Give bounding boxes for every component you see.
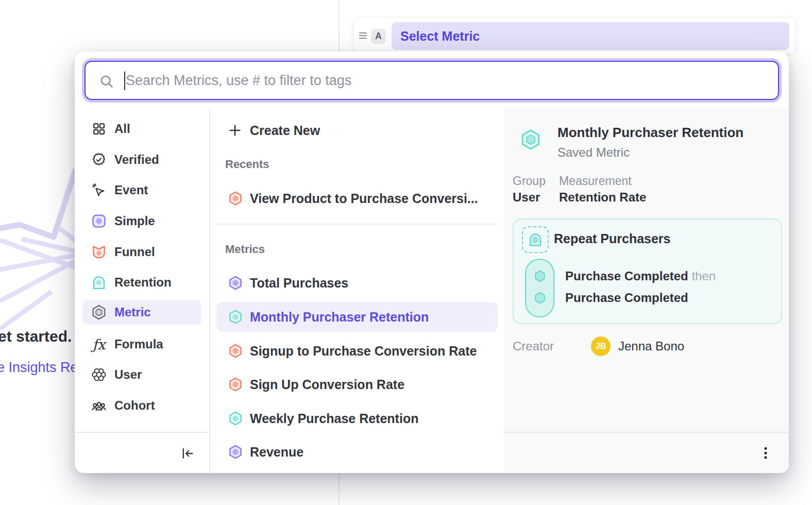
list-item-metric[interactable]: Total Purchases xyxy=(210,270,504,296)
avatar: JB xyxy=(591,336,611,356)
metric-row-bar: A Select Metric xyxy=(353,17,796,54)
detail-title: Monthly Purchaser Retention xyxy=(557,125,743,141)
retention-definition-icon xyxy=(522,226,549,253)
verified-badge-icon xyxy=(91,152,107,168)
list-item-metric[interactable]: Sign Up Conversion Rate xyxy=(210,371,504,398)
cohort-icon xyxy=(91,397,107,414)
funnel-metric-hexagon-icon xyxy=(228,191,243,206)
metric-picker-modal: All Verified Event xyxy=(75,52,789,473)
funnel-metric-hexagon-icon xyxy=(228,343,243,359)
background-headline-fragment: et started. xyxy=(0,328,72,345)
sidebar-item-cohort[interactable]: Cohort xyxy=(75,393,209,418)
definition-name: Repeat Purchasers xyxy=(554,231,671,246)
sidebar-item-retention[interactable]: Retention xyxy=(75,270,209,295)
step-1: Purchase Completed then xyxy=(565,269,716,283)
metric-hexagon-icon xyxy=(91,304,107,321)
creator-label: Creator xyxy=(513,339,554,354)
sidebar-item-formula[interactable]: ƒx Formula xyxy=(75,332,209,357)
kebab-menu-icon[interactable] xyxy=(758,445,773,461)
creator-name: Jenna Bono xyxy=(618,339,684,354)
detail-footer xyxy=(504,432,789,473)
sidebar-item-event[interactable]: Event xyxy=(75,178,209,203)
meta-label-group: Group xyxy=(513,174,546,188)
select-metric-label: Select Metric xyxy=(400,29,480,44)
collapse-left-icon[interactable] xyxy=(180,446,195,461)
section-label-metrics: Metrics xyxy=(225,243,265,256)
funnel-steps-capsule xyxy=(525,259,554,317)
formula-icon: ƒx xyxy=(91,336,107,352)
step-hexagon-icon xyxy=(533,291,547,305)
list-item-metric-selected[interactable]: Monthly Purchaser Retention xyxy=(210,304,504,330)
grid-icon xyxy=(91,121,107,137)
row-type-badge[interactable]: A xyxy=(371,29,386,44)
simple-metric-hexagon-icon xyxy=(228,444,243,460)
plus-icon xyxy=(228,123,243,139)
user-icon xyxy=(91,366,107,383)
list-section-divider xyxy=(216,224,498,225)
metric-list: Create New Recents View Product to Purch… xyxy=(210,109,504,473)
step-2: Purchase Completed xyxy=(565,291,688,305)
funnel-metric-hexagon-icon xyxy=(228,377,243,392)
funnel-icon xyxy=(91,244,107,260)
section-label-recents: Recents xyxy=(225,158,269,171)
retention-metric-hexagon-icon xyxy=(228,309,243,325)
cursor-sparkle-icon xyxy=(91,182,107,198)
list-item-metric[interactable]: Revenue xyxy=(210,439,504,465)
detail-subtitle: Saved Metric xyxy=(557,145,630,160)
retention-icon xyxy=(91,274,107,291)
create-new-button[interactable]: Create New xyxy=(210,117,504,144)
select-metric-dropdown[interactable]: Select Metric xyxy=(392,22,789,50)
simple-metric-icon xyxy=(91,213,107,229)
meta-label-measurement: Measurement xyxy=(559,174,632,188)
search-box[interactable] xyxy=(84,61,779,100)
retention-metric-hexagon-icon xyxy=(228,411,243,426)
sidebar-item-all[interactable]: All xyxy=(75,116,209,141)
background-report-link-fragment[interactable]: e Insights Re xyxy=(0,360,78,376)
step-hexagon-icon xyxy=(533,269,547,283)
metric-detail-panel: Monthly Purchaser Retention Saved Metric… xyxy=(504,109,789,473)
metric-definition-card: Repeat Purchasers Purchase Completed the… xyxy=(513,218,782,324)
drag-handle-icon[interactable] xyxy=(358,30,369,41)
simple-metric-hexagon-icon xyxy=(228,275,243,291)
list-item-metric[interactable]: Signup to Purchase Conversion Rate xyxy=(210,338,504,364)
list-item-recent[interactable]: View Product to Purchase Conversi... xyxy=(210,185,504,212)
sidebar-item-verified[interactable]: Verified xyxy=(75,147,209,172)
meta-value-measurement: Retention Rate xyxy=(559,190,646,205)
sidebar-footer xyxy=(75,432,209,473)
sidebar-item-user[interactable]: User xyxy=(75,362,209,387)
sidebar-item-funnel[interactable]: Funnel xyxy=(75,240,209,264)
retention-metric-hexagon-icon-large xyxy=(519,128,542,151)
meta-value-group: User xyxy=(513,190,540,205)
text-caret xyxy=(124,72,125,90)
sidebar-item-simple[interactable]: Simple xyxy=(75,209,209,233)
sidebar-item-metric[interactable]: Metric xyxy=(82,300,201,325)
search-input[interactable] xyxy=(126,62,765,99)
list-item-metric[interactable]: Weekly Purchase Retention xyxy=(210,405,504,432)
search-icon xyxy=(99,74,114,89)
